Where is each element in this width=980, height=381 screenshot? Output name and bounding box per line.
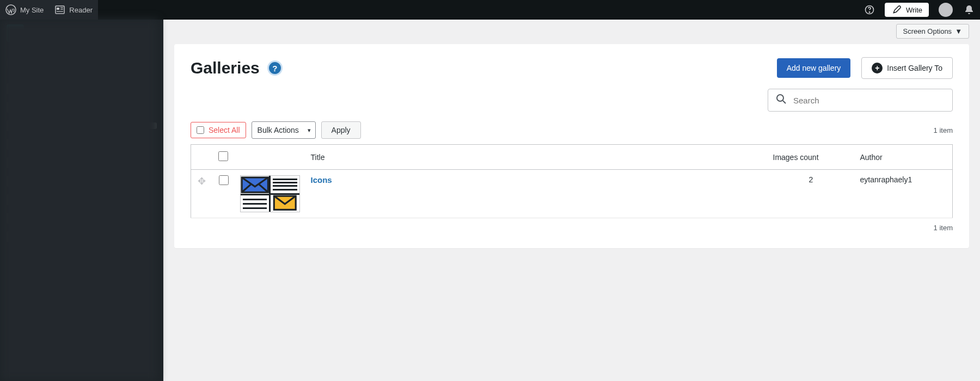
svg-point-7 (869, 12, 869, 13)
gallery-title-link[interactable]: Icons (311, 175, 332, 185)
help-badge[interactable]: ? (267, 60, 283, 76)
notifications-link[interactable] (958, 0, 980, 20)
col-title[interactable]: Title (305, 145, 768, 170)
select-all-checkbox[interactable] (197, 126, 204, 134)
select-all-label: Select All (209, 126, 240, 134)
panel-header: Galleries ? Add new gallery + Insert Gal… (191, 57, 953, 79)
row-checkbox[interactable] (219, 175, 229, 185)
galleries-panel: Galleries ? Add new gallery + Insert Gal… (174, 44, 969, 248)
col-checkbox (213, 145, 235, 170)
add-new-gallery-button[interactable]: Add new gallery (777, 58, 851, 78)
write-label: Write (906, 6, 922, 14)
help-link[interactable] (859, 0, 880, 20)
wordpress-icon (5, 4, 16, 15)
svg-rect-2 (57, 8, 59, 10)
svg-point-8 (777, 95, 783, 101)
help-icon (864, 4, 875, 15)
plus-circle-icon: + (872, 63, 883, 73)
write-button[interactable]: Write (885, 3, 929, 17)
col-drag (191, 145, 213, 170)
bell-icon (964, 4, 975, 15)
avatar-icon (939, 3, 953, 17)
apply-button[interactable]: Apply (321, 121, 361, 139)
screen-options-button[interactable]: Screen Options ▼ (896, 24, 969, 39)
toolbar-right: Write (859, 0, 980, 20)
search-icon (776, 94, 787, 107)
reader-label: Reader (69, 6, 93, 14)
galleries-table: Title Images count Author ✥ (191, 144, 953, 218)
gallery-images-count: 2 (768, 170, 855, 218)
my-site-label: My Site (20, 6, 44, 14)
drag-handle-icon[interactable]: ✥ (198, 176, 206, 187)
search-input[interactable] (793, 96, 945, 105)
gallery-thumbnail (240, 175, 300, 212)
col-author[interactable]: Author (855, 145, 953, 170)
screen-options-label: Screen Options (903, 27, 952, 35)
item-count-bottom: 1 item (934, 224, 953, 232)
gallery-author: eytanraphaely1 (855, 170, 953, 218)
my-site-link[interactable]: My Site (0, 0, 49, 20)
chevron-down-icon: ▼ (955, 27, 962, 35)
toolbar-left: My Site Reader (0, 0, 98, 20)
search-wrap (768, 89, 953, 112)
col-thumb (235, 145, 305, 170)
admin-sidebar (0, 20, 163, 381)
write-icon (891, 4, 902, 15)
main-content: Screen Options ▼ Galleries ? Add new gal… (163, 20, 980, 381)
admin-toolbar: My Site Reader Write (0, 0, 980, 20)
svg-line-9 (783, 101, 786, 103)
profile-link[interactable] (933, 0, 958, 20)
table-row: ✥ I (191, 170, 953, 218)
select-all-toggle[interactable]: Select All (191, 122, 246, 138)
insert-gallery-label: Insert Gallery To (887, 64, 942, 72)
reader-link[interactable]: Reader (49, 0, 98, 20)
reader-icon (54, 4, 65, 15)
header-checkbox[interactable] (218, 151, 228, 161)
insert-gallery-to-button[interactable]: + Insert Gallery To (861, 57, 953, 79)
col-images-count[interactable]: Images count (768, 145, 855, 170)
item-count-top: 1 item (934, 126, 953, 134)
bulk-actions-select[interactable]: Bulk Actions (252, 121, 316, 139)
page-title: Galleries (191, 59, 260, 77)
